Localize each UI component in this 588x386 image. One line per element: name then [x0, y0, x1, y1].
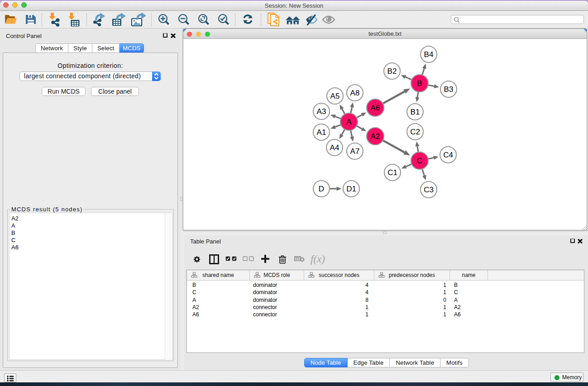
svg-text:B3: B3 [444, 85, 454, 94]
svg-text:A7: A7 [350, 147, 360, 156]
svg-text:C4: C4 [443, 151, 453, 159]
svg-text:A3: A3 [317, 107, 326, 116]
svg-text:A1: A1 [317, 128, 326, 137]
svg-text:B: B [417, 79, 422, 88]
svg-text:B4: B4 [424, 50, 434, 59]
svg-text:C: C [417, 157, 422, 165]
svg-text:A2: A2 [371, 132, 380, 141]
svg-text:B2: B2 [387, 67, 397, 76]
svg-text:A6: A6 [371, 104, 380, 112]
svg-text:A4: A4 [330, 143, 339, 152]
svg-text:A5: A5 [330, 92, 340, 100]
svg-text:B1: B1 [411, 108, 420, 116]
svg-text:C2: C2 [410, 128, 420, 136]
svg-text:A8: A8 [350, 89, 360, 97]
svg-text:A: A [346, 118, 352, 126]
svg-text:D1: D1 [346, 185, 356, 193]
svg-text:C3: C3 [424, 186, 434, 194]
svg-text:D: D [319, 185, 324, 193]
svg-text:C1: C1 [387, 168, 397, 177]
